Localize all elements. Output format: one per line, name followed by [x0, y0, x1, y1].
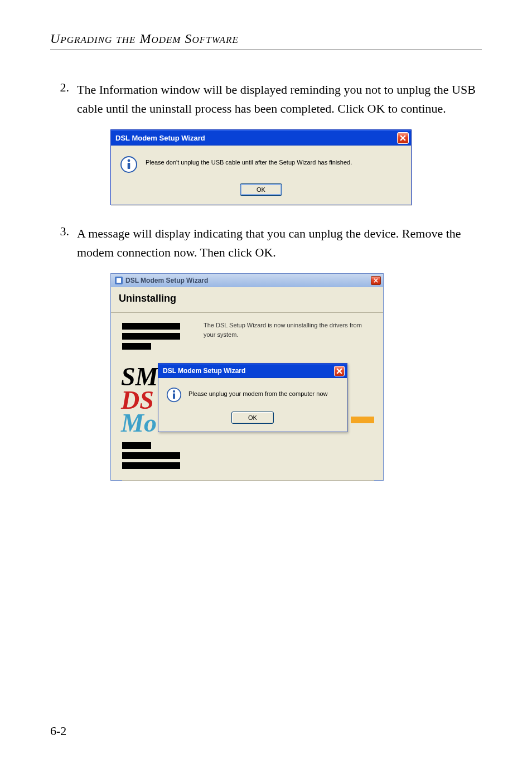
- ok-button[interactable]: OK: [240, 183, 282, 196]
- info-icon: [166, 387, 182, 403]
- dialog2-heading: Uninstalling: [119, 293, 375, 304]
- info-icon: [120, 156, 138, 173]
- close-icon[interactable]: [334, 366, 345, 376]
- accent-bar: [351, 417, 374, 423]
- step-text: A message will display indicating that y…: [77, 224, 482, 262]
- info-dialog-1: DSL Modem Setup Wizard: [110, 129, 412, 205]
- dialog2-titlebar: DSL Modem Setup Wizard: [111, 274, 383, 287]
- dialog3-title: DSL Modem Setup Wizard: [163, 367, 334, 375]
- dialog2-divider: [122, 480, 374, 481]
- ok-button[interactable]: OK: [231, 412, 274, 424]
- dialog2-description: The DSL Setup Wizard is now uninstalling…: [204, 321, 374, 339]
- dialog1-message: Please don't unplug the USB cable until …: [146, 156, 352, 166]
- unplug-dialog: DSL Modem Setup Wizard: [158, 363, 347, 432]
- progress-thumbnails-bottom: [122, 442, 180, 472]
- section-title: Upgrading the Modem Software: [50, 31, 482, 46]
- svg-rect-2: [128, 163, 130, 169]
- dialog1-titlebar: DSL Modem Setup Wizard: [111, 130, 411, 146]
- svg-rect-4: [117, 278, 121, 283]
- step-number: 3.: [49, 224, 69, 239]
- dialog3-message: Please unplug your modem from the comput…: [188, 387, 327, 397]
- step-number: 2.: [49, 80, 69, 95]
- progress-thumbnails-top: [122, 323, 180, 353]
- uninstall-dialog: DSL Modem Setup Wizard Uninstalling: [110, 273, 384, 481]
- svg-point-6: [173, 390, 175, 393]
- svg-point-1: [128, 159, 130, 162]
- divider: [50, 50, 482, 50]
- app-icon: [114, 276, 123, 285]
- step-text: The Information window will be displayed…: [77, 80, 482, 118]
- dialog2-title: DSL Modem Setup Wizard: [125, 277, 369, 284]
- close-icon[interactable]: [397, 132, 409, 144]
- svg-rect-7: [173, 394, 175, 399]
- brand-graphic: SM DS Mo: [121, 365, 160, 434]
- dialog3-titlebar: DSL Modem Setup Wizard: [158, 364, 347, 378]
- close-icon[interactable]: [371, 276, 381, 285]
- page-number: 6-2: [50, 724, 66, 738]
- dialog1-title: DSL Modem Setup Wizard: [115, 134, 397, 142]
